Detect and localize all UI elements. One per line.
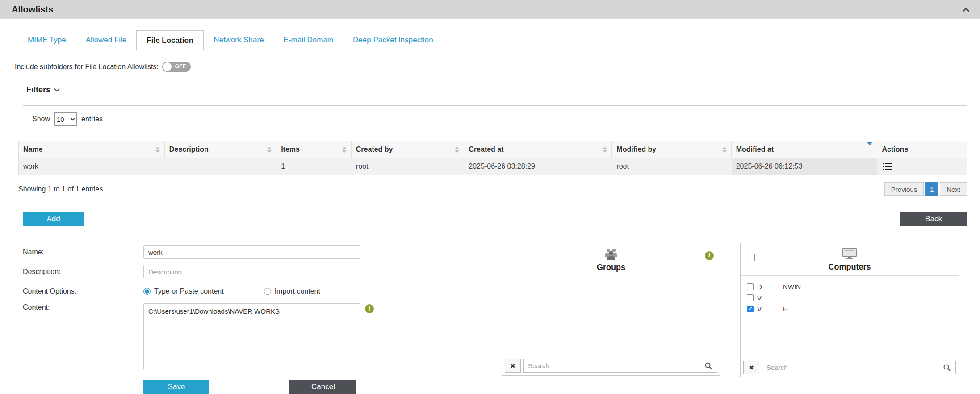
groups-header: Groups i — [502, 243, 720, 276]
tab-deep-packet-inspection[interactable]: Deep Packet Inspection — [343, 30, 443, 50]
save-button[interactable]: Save — [143, 380, 209, 394]
info-icon[interactable]: i — [365, 304, 374, 313]
cancel-button[interactable]: Cancel — [289, 380, 356, 394]
description-label: Description: — [23, 268, 143, 276]
column-header-modified-at[interactable]: Modified at — [732, 141, 878, 158]
radio-import-content-input[interactable] — [264, 288, 271, 295]
filters-toggle[interactable]: Filters — [26, 85, 971, 95]
showing-entries-text: Showing 1 to 1 of 1 entries — [18, 185, 103, 193]
computer-list-item[interactable]: D NWIN — [747, 281, 952, 292]
column-header-description[interactable]: Description — [165, 141, 276, 158]
computers-header: Computers — [741, 243, 959, 276]
tab-allowed-file[interactable]: Allowed File — [76, 30, 137, 50]
page-header: Allowlists — [0, 0, 980, 19]
info-icon[interactable]: i — [705, 251, 714, 260]
sort-icon — [264, 147, 272, 153]
column-label: Modified at — [736, 145, 774, 153]
column-header-items[interactable]: Items — [276, 141, 352, 158]
chevron-down-icon — [54, 86, 60, 92]
sort-icon — [599, 147, 607, 153]
sort-icon — [719, 147, 727, 153]
radio-type-or-paste-input[interactable] — [143, 288, 151, 295]
content-label: Content: — [23, 303, 143, 311]
column-header-created-at[interactable]: Created at — [464, 141, 612, 158]
name-input[interactable] — [143, 245, 360, 259]
computers-panel: Computers D NWIN V V H — [740, 243, 959, 377]
groups-footer: ✖ — [502, 356, 720, 375]
column-label: Name — [23, 145, 43, 153]
tab-network-share[interactable]: Network Share — [204, 30, 273, 50]
computer-name: V — [757, 294, 783, 302]
show-entries-select[interactable]: 10 — [54, 112, 77, 126]
content-textarea[interactable]: C:\Users\user1\Downloads\NAVER WORKS — [143, 303, 360, 370]
row-actions-button[interactable] — [882, 162, 893, 171]
filters-label: Filters — [26, 85, 50, 95]
main-panel: Include subfolders for File Location All… — [9, 50, 971, 390]
page-title: Allowlists — [12, 4, 53, 15]
search-button[interactable] — [938, 361, 955, 374]
allowlist-form: Name: Description: Content Options: Type… — [23, 245, 374, 394]
form-buttons: Save Cancel — [23, 380, 374, 394]
groups-search — [523, 359, 717, 373]
groups-title: Groups — [502, 263, 720, 272]
column-label: Created by — [356, 145, 393, 153]
computer-name: D — [757, 283, 783, 290]
select-all-checkbox[interactable] — [748, 254, 755, 261]
search-button[interactable] — [700, 359, 717, 372]
column-header-created-by[interactable]: Created by — [352, 141, 465, 158]
back-button[interactable]: Back — [900, 212, 967, 226]
tab-file-location[interactable]: File Location — [136, 30, 204, 50]
column-label: Actions — [882, 145, 908, 153]
computers-footer: ✖ — [741, 358, 959, 377]
entries-label: entries — [81, 115, 103, 123]
tab-bar: MIME Type Allowed File File Location Net… — [18, 30, 971, 50]
groups-search-input[interactable] — [524, 359, 700, 372]
checkbox-unchecked[interactable] — [747, 283, 754, 290]
tab-email-domain[interactable]: E-mail Domain — [274, 30, 343, 50]
actions-row: Add Back — [23, 212, 967, 226]
column-header-modified-by[interactable]: Modified by — [612, 141, 731, 158]
entries-control: Show 10 entries — [23, 105, 967, 133]
computer-name: V — [757, 305, 783, 313]
toggle-knob-icon — [163, 62, 172, 71]
tab-mime-type[interactable]: MIME Type — [18, 30, 76, 50]
table-footer: Showing 1 to 1 of 1 entries Previous 1 N… — [18, 182, 967, 196]
table-row[interactable]: work 1 root 2025-06-26 03:28:29 root 202… — [19, 158, 967, 175]
edit-section: Name: Description: Content Options: Type… — [23, 243, 967, 384]
collapse-panel-icon[interactable] — [963, 7, 970, 14]
next-page-button[interactable]: Next — [940, 182, 967, 196]
clear-selection-button[interactable]: ✖ — [743, 361, 759, 374]
computer-list-item[interactable]: V — [747, 292, 952, 303]
sort-icon — [339, 147, 347, 153]
checkbox-checked[interactable] — [747, 306, 754, 312]
column-label: Items — [281, 145, 300, 153]
column-label: Modified by — [616, 145, 656, 153]
cell-description — [165, 158, 276, 175]
subfolders-toggle[interactable]: OFF — [162, 62, 191, 72]
clear-selection-button[interactable]: ✖ — [505, 359, 521, 373]
table-header-row: Name Description Items Created by Create… — [19, 141, 967, 158]
cell-actions — [877, 158, 966, 175]
computers-title: Computers — [741, 262, 959, 272]
previous-page-button[interactable]: Previous — [884, 182, 924, 196]
description-input[interactable] — [143, 265, 360, 278]
subfolders-row: Include subfolders for File Location All… — [15, 62, 965, 72]
name-label: Name: — [23, 248, 143, 256]
radio-import-content[interactable]: Import content — [264, 287, 320, 295]
column-header-name[interactable]: Name — [19, 141, 165, 158]
computers-search — [762, 361, 956, 374]
cell-name: work — [19, 158, 165, 175]
sort-desc-icon — [863, 145, 872, 153]
column-header-actions: Actions — [877, 141, 966, 158]
column-label: Created at — [469, 145, 503, 153]
checkbox-unchecked[interactable] — [747, 294, 754, 301]
radio-type-or-paste[interactable]: Type or Paste content — [143, 287, 224, 295]
subfolders-label: Include subfolders for File Location All… — [15, 63, 159, 71]
add-button[interactable]: Add — [23, 212, 84, 226]
current-page-button[interactable]: 1 — [925, 182, 938, 196]
computers-search-input[interactable] — [762, 361, 938, 374]
description-row: Description: — [23, 265, 374, 278]
computer-list-item[interactable]: V H — [747, 303, 952, 315]
search-icon — [704, 362, 712, 370]
computer-name-suffix: H — [783, 305, 788, 313]
